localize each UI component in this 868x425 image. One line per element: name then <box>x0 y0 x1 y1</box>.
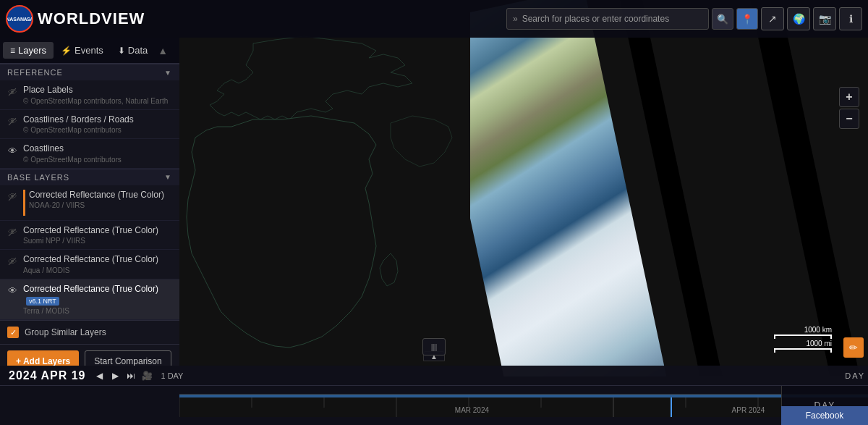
layer-item[interactable]: 👁 Coastlines / Borders / Roads © OpenStr… <box>0 110 179 140</box>
layer-source: © OpenStreetMap contributors, Natural Ea… <box>23 97 174 105</box>
scale-indicator: 1000 km 1000 mi <box>774 326 832 353</box>
tab-layers[interactable]: ≡ Layers <box>3 42 54 59</box>
location-icon-button[interactable]: 📍 <box>736 8 758 30</box>
layer-item[interactable]: 👁 Place Labels © OpenStreetMap contribut… <box>0 80 179 110</box>
layer-visibility-icon[interactable]: 👁 <box>6 144 19 157</box>
gap-strip-2 <box>744 0 868 376</box>
layer-visibility-icon[interactable]: 👁 <box>6 285 19 298</box>
tab-data[interactable]: ⬇ Data <box>111 42 155 59</box>
share-button[interactable]: ↗ <box>761 7 784 30</box>
drag-handle-icon[interactable]: ||| <box>422 338 446 355</box>
layer-item[interactable]: 👁 Corrected Reflectance (True Color) Aqu… <box>0 250 179 279</box>
start-comparison-button[interactable]: Start Comparison <box>85 350 171 366</box>
group-layers-checkbox[interactable]: ✓ <box>7 327 19 338</box>
layer-name: Corrected Reflectance (True Color) v6.1 … <box>23 284 174 306</box>
timeline-ticks-svg <box>179 397 868 417</box>
layer-visibility-icon[interactable]: 👁 <box>6 226 19 239</box>
layer-text: Place Labels © OpenStreetMap contributor… <box>23 85 174 105</box>
layer-name: Place Labels <box>23 85 174 96</box>
zoom-controls: + − <box>839 87 859 129</box>
next-date-button[interactable]: ▶ <box>107 368 123 384</box>
layer-item[interactable]: 👁 Coastlines © OpenStreetMap contributor… <box>0 139 179 169</box>
group-layers-label: Group Similar Layers <box>25 327 106 337</box>
layer-source: NOAA-20 / VIIRS <box>29 201 174 209</box>
drag-bars-icon: ||| <box>431 342 438 351</box>
search-area: » Search for places or enter coordinates… <box>506 7 862 30</box>
group-similar-layers[interactable]: ✓ Group Similar Layers <box>0 320 179 344</box>
scale-km-label: 1000 km <box>804 326 832 334</box>
sidebar-nav: ≡ Layers ⚡ Events ⬇ Data ▲ <box>0 38 179 64</box>
add-layers-button[interactable]: + Add Layers <box>7 350 79 366</box>
layer-indicator <box>23 190 25 216</box>
layer-item[interactable]: 👁 Corrected Reflectance (True Color) NOA… <box>0 185 179 221</box>
layer-text: Corrected Reflectance (True Color) Aqua … <box>23 254 174 274</box>
layer-item[interactable]: 👁 Corrected Reflectance (True Color) Suo… <box>0 221 179 251</box>
scale-bar: 1000 km 1000 mi <box>774 326 832 353</box>
layer-text: Corrected Reflectance (True Color) v6.1 … <box>23 284 174 315</box>
timeline: 2024 APR 19 ◀ ▶ ⏭ 🎥 1 DAY DAY MAR 2024 A… <box>0 366 868 425</box>
layer-source: Aqua / MODIS <box>23 266 174 274</box>
search-icon-button[interactable]: 🔍 <box>712 8 733 30</box>
reference-label: REFERENCE <box>7 68 63 77</box>
scale-line-mi <box>774 348 832 353</box>
layer-visibility-icon[interactable]: 👁 <box>6 115 19 128</box>
layers-icon: ≡ <box>10 46 15 56</box>
sidebar-buttons: + Add Layers Start Comparison <box>0 344 179 366</box>
layer-source: © OpenStreetMap contributors <box>23 156 174 164</box>
reference-chevron-icon: ▼ <box>164 69 172 77</box>
edit-button[interactable]: ✏ <box>843 337 864 358</box>
layer-text: Corrected Reflectance (True Color) NOAA-… <box>29 190 174 210</box>
camera-button[interactable]: 📷 <box>813 7 836 30</box>
layer-text: Corrected Reflectance (True Color) Suomi… <box>23 225 174 245</box>
layer-text: Coastlines / Borders / Roads © OpenStree… <box>23 114 174 135</box>
facebook-button[interactable]: Facebook <box>781 406 868 425</box>
gap-strip-3 <box>864 0 868 376</box>
layer-source: Terra / MODIS <box>23 307 174 315</box>
camera-button[interactable]: 🎥 <box>139 368 155 384</box>
zoom-out-button[interactable]: − <box>839 109 859 129</box>
layer-item[interactable]: 👁 Corrected Reflectance (True Color) v6.… <box>0 279 179 320</box>
layer-text: Coastlines © OpenStreetMap contributors <box>23 143 174 164</box>
layer-visibility-icon[interactable]: 👁 <box>6 85 19 98</box>
layer-visibility-icon[interactable]: 👁 <box>6 255 19 268</box>
layer-name: Corrected Reflectance (True Color) <box>29 190 174 201</box>
tab-data-label: Data <box>128 45 148 56</box>
timeline-date: 2024 APR 19 <box>3 369 91 382</box>
layer-visibility-icon[interactable]: 👁 <box>6 190 19 203</box>
base-layers-section-header[interactable]: BASE LAYERS ▼ <box>0 169 179 185</box>
nav-expand-icon[interactable]: ▲ <box>158 45 168 56</box>
layer-name: Corrected Reflectance (True Color) <box>23 225 174 237</box>
search-box[interactable]: » Search for places or enter coordinates <box>506 8 709 30</box>
timeline-controls: 2024 APR 19 ◀ ▶ ⏭ 🎥 1 DAY DAY <box>0 366 868 386</box>
prev-date-button[interactable]: ◀ <box>91 368 107 384</box>
timeline-track[interactable]: MAR 2024 APR 2024 <box>179 394 868 417</box>
skip-end-button[interactable]: ⏭ <box>123 368 139 384</box>
day-interval-label: 1 DAY <box>161 371 183 380</box>
layer-source: © OpenStreetMap contributors <box>23 126 174 134</box>
app-header: NASA WORLDVIEW » Search for places or en… <box>0 0 868 38</box>
zoom-in-button[interactable]: + <box>839 87 859 107</box>
timeline-bar-container: MAR 2024 APR 2024 DAY <box>0 386 868 425</box>
sidebar-content: REFERENCE ▼ 👁 Place Labels © OpenStreetM… <box>0 64 179 366</box>
scale-line-km <box>774 334 832 339</box>
info-button[interactable]: ℹ <box>839 7 862 30</box>
tab-events-label: Events <box>75 45 103 56</box>
reference-section-header[interactable]: REFERENCE ▼ <box>0 64 179 80</box>
nasa-label: NASA <box>6 17 20 22</box>
layer-name: Coastlines / Borders / Roads <box>23 114 174 126</box>
base-layers-label: BASE LAYERS <box>7 173 69 182</box>
data-icon: ⬇ <box>118 46 125 56</box>
nasa-logo: NASA <box>6 5 33 33</box>
tab-events[interactable]: ⚡ Events <box>54 42 111 59</box>
app-title-text: WORLDVIEW <box>38 9 145 28</box>
search-chevrons-icon: » <box>513 14 518 24</box>
base-layers-chevron-icon: ▼ <box>164 173 172 181</box>
search-placeholder-text: Search for places or enter coordinates <box>522 14 702 24</box>
events-icon: ⚡ <box>61 46 72 56</box>
layer-badge: v6.1 NRT <box>26 297 59 306</box>
layer-name: Corrected Reflectance (True Color) <box>23 254 174 266</box>
satellite-imagery <box>470 0 868 376</box>
globe-button[interactable]: 🌍 <box>787 7 810 30</box>
layer-source: Suomi NPP / VIIRS <box>23 237 174 245</box>
facebook-label: Facebook <box>806 411 844 421</box>
